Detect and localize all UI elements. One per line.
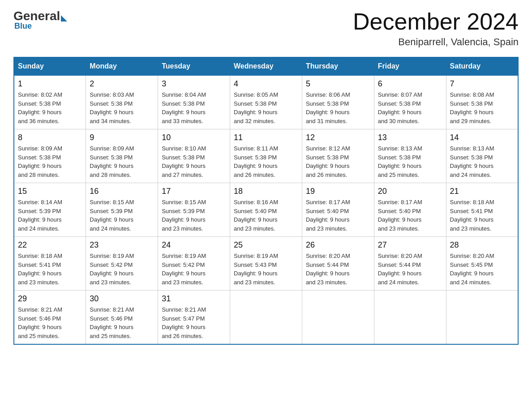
day-info: Sunrise: 8:07 AM Sunset: 5:38 PM Dayligh… bbox=[378, 90, 442, 125]
day-info: Sunrise: 8:09 AM Sunset: 5:38 PM Dayligh… bbox=[90, 144, 154, 179]
day-number: 28 bbox=[450, 240, 514, 250]
calendar-cell: 26 Sunrise: 8:20 AM Sunset: 5:44 PM Dayl… bbox=[302, 237, 374, 291]
day-info: Sunrise: 8:20 AM Sunset: 5:45 PM Dayligh… bbox=[450, 252, 514, 287]
day-info: Sunrise: 8:12 AM Sunset: 5:38 PM Dayligh… bbox=[306, 144, 370, 179]
header-friday: Friday bbox=[374, 57, 446, 75]
calendar-cell bbox=[374, 291, 446, 345]
day-info: Sunrise: 8:19 AM Sunset: 5:42 PM Dayligh… bbox=[162, 252, 226, 287]
day-number: 17 bbox=[162, 187, 226, 196]
header-sunday: Sunday bbox=[14, 57, 86, 75]
day-info: Sunrise: 8:08 AM Sunset: 5:38 PM Dayligh… bbox=[450, 90, 514, 125]
header-tuesday: Tuesday bbox=[158, 57, 230, 75]
calendar-cell bbox=[230, 291, 302, 345]
calendar-cell: 13 Sunrise: 8:13 AM Sunset: 5:38 PM Dayl… bbox=[374, 129, 446, 183]
day-number: 26 bbox=[306, 240, 370, 250]
calendar-cell: 31 Sunrise: 8:21 AM Sunset: 5:47 PM Dayl… bbox=[158, 291, 230, 345]
calendar-cell: 14 Sunrise: 8:13 AM Sunset: 5:38 PM Dayl… bbox=[446, 129, 518, 183]
calendar-cell: 5 Sunrise: 8:06 AM Sunset: 5:38 PM Dayli… bbox=[302, 75, 374, 129]
week-row-3: 15 Sunrise: 8:14 AM Sunset: 5:39 PM Dayl… bbox=[14, 183, 518, 237]
day-number: 9 bbox=[90, 133, 154, 142]
calendar-cell: 28 Sunrise: 8:20 AM Sunset: 5:45 PM Dayl… bbox=[446, 237, 518, 291]
calendar-cell: 29 Sunrise: 8:21 AM Sunset: 5:46 PM Dayl… bbox=[14, 291, 86, 345]
calendar-cell: 11 Sunrise: 8:11 AM Sunset: 5:38 PM Dayl… bbox=[230, 129, 302, 183]
calendar-cell bbox=[302, 291, 374, 345]
day-info: Sunrise: 8:20 AM Sunset: 5:44 PM Dayligh… bbox=[378, 252, 442, 287]
week-row-4: 22 Sunrise: 8:18 AM Sunset: 5:41 PM Dayl… bbox=[14, 237, 518, 291]
day-number: 4 bbox=[234, 79, 298, 89]
day-number: 10 bbox=[162, 133, 226, 142]
day-info: Sunrise: 8:21 AM Sunset: 5:46 PM Dayligh… bbox=[90, 305, 154, 340]
day-info: Sunrise: 8:03 AM Sunset: 5:38 PM Dayligh… bbox=[90, 90, 154, 125]
day-number: 5 bbox=[306, 79, 370, 89]
day-number: 16 bbox=[90, 187, 154, 196]
day-info: Sunrise: 8:19 AM Sunset: 5:42 PM Dayligh… bbox=[90, 252, 154, 287]
day-number: 21 bbox=[450, 187, 514, 196]
calendar-title: December 2024 bbox=[353, 9, 519, 34]
logo-arrow-icon bbox=[61, 15, 67, 21]
calendar-cell: 23 Sunrise: 8:19 AM Sunset: 5:42 PM Dayl… bbox=[86, 237, 158, 291]
day-number: 7 bbox=[450, 79, 514, 89]
logo-blue-text: Blue bbox=[14, 21, 32, 31]
calendar-cell: 9 Sunrise: 8:09 AM Sunset: 5:38 PM Dayli… bbox=[86, 129, 158, 183]
day-number: 12 bbox=[306, 133, 370, 142]
calendar-cell: 7 Sunrise: 8:08 AM Sunset: 5:38 PM Dayli… bbox=[446, 75, 518, 129]
day-number: 6 bbox=[378, 79, 442, 89]
day-number: 23 bbox=[90, 240, 154, 250]
calendar-cell: 10 Sunrise: 8:10 AM Sunset: 5:38 PM Dayl… bbox=[158, 129, 230, 183]
day-number: 19 bbox=[306, 187, 370, 196]
day-info: Sunrise: 8:13 AM Sunset: 5:38 PM Dayligh… bbox=[450, 144, 514, 179]
day-number: 30 bbox=[90, 294, 154, 304]
day-info: Sunrise: 8:11 AM Sunset: 5:38 PM Dayligh… bbox=[234, 144, 298, 179]
calendar-cell: 24 Sunrise: 8:19 AM Sunset: 5:42 PM Dayl… bbox=[158, 237, 230, 291]
page-header: General Blue December 2024 Beniparrell, … bbox=[13, 9, 519, 48]
header-saturday: Saturday bbox=[446, 57, 518, 75]
day-info: Sunrise: 8:19 AM Sunset: 5:43 PM Dayligh… bbox=[234, 252, 298, 287]
calendar-cell: 6 Sunrise: 8:07 AM Sunset: 5:38 PM Dayli… bbox=[374, 75, 446, 129]
calendar-cell: 27 Sunrise: 8:20 AM Sunset: 5:44 PM Dayl… bbox=[374, 237, 446, 291]
week-row-5: 29 Sunrise: 8:21 AM Sunset: 5:46 PM Dayl… bbox=[14, 291, 518, 345]
calendar-cell: 22 Sunrise: 8:18 AM Sunset: 5:41 PM Dayl… bbox=[14, 237, 86, 291]
day-number: 1 bbox=[18, 79, 82, 89]
day-number: 13 bbox=[378, 133, 442, 142]
header-monday: Monday bbox=[86, 57, 158, 75]
calendar-cell: 18 Sunrise: 8:16 AM Sunset: 5:40 PM Dayl… bbox=[230, 183, 302, 237]
calendar-cell: 8 Sunrise: 8:09 AM Sunset: 5:38 PM Dayli… bbox=[14, 129, 86, 183]
calendar-cell: 3 Sunrise: 8:04 AM Sunset: 5:38 PM Dayli… bbox=[158, 75, 230, 129]
calendar-cell: 2 Sunrise: 8:03 AM Sunset: 5:38 PM Dayli… bbox=[86, 75, 158, 129]
day-number: 2 bbox=[90, 79, 154, 89]
day-number: 31 bbox=[162, 294, 226, 304]
day-info: Sunrise: 8:02 AM Sunset: 5:38 PM Dayligh… bbox=[18, 90, 82, 125]
calendar-cell: 12 Sunrise: 8:12 AM Sunset: 5:38 PM Dayl… bbox=[302, 129, 374, 183]
day-number: 22 bbox=[18, 240, 82, 250]
title-section: December 2024 Beniparrell, Valencia, Spa… bbox=[353, 9, 519, 48]
calendar-cell: 15 Sunrise: 8:14 AM Sunset: 5:39 PM Dayl… bbox=[14, 183, 86, 237]
calendar-cell: 20 Sunrise: 8:17 AM Sunset: 5:40 PM Dayl… bbox=[374, 183, 446, 237]
calendar-cell: 19 Sunrise: 8:17 AM Sunset: 5:40 PM Dayl… bbox=[302, 183, 374, 237]
day-number: 24 bbox=[162, 240, 226, 250]
calendar-subtitle: Beniparrell, Valencia, Spain bbox=[353, 36, 519, 48]
week-row-1: 1 Sunrise: 8:02 AM Sunset: 5:38 PM Dayli… bbox=[14, 75, 518, 129]
day-number: 18 bbox=[234, 187, 298, 196]
day-number: 27 bbox=[378, 240, 442, 250]
calendar-cell: 16 Sunrise: 8:15 AM Sunset: 5:39 PM Dayl… bbox=[86, 183, 158, 237]
day-number: 29 bbox=[18, 294, 82, 304]
day-info: Sunrise: 8:04 AM Sunset: 5:38 PM Dayligh… bbox=[162, 90, 226, 125]
day-number: 3 bbox=[162, 79, 226, 89]
header-wednesday: Wednesday bbox=[230, 57, 302, 75]
day-info: Sunrise: 8:13 AM Sunset: 5:38 PM Dayligh… bbox=[378, 144, 442, 179]
header-thursday: Thursday bbox=[302, 57, 374, 75]
calendar-cell: 25 Sunrise: 8:19 AM Sunset: 5:43 PM Dayl… bbox=[230, 237, 302, 291]
day-info: Sunrise: 8:21 AM Sunset: 5:47 PM Dayligh… bbox=[162, 305, 226, 340]
calendar-cell bbox=[446, 291, 518, 345]
calendar-cell: 4 Sunrise: 8:05 AM Sunset: 5:38 PM Dayli… bbox=[230, 75, 302, 129]
day-info: Sunrise: 8:14 AM Sunset: 5:39 PM Dayligh… bbox=[18, 198, 82, 233]
day-info: Sunrise: 8:21 AM Sunset: 5:46 PM Dayligh… bbox=[18, 305, 82, 340]
day-info: Sunrise: 8:18 AM Sunset: 5:41 PM Dayligh… bbox=[450, 198, 514, 233]
day-number: 25 bbox=[234, 240, 298, 250]
day-info: Sunrise: 8:16 AM Sunset: 5:40 PM Dayligh… bbox=[234, 198, 298, 233]
calendar-cell: 1 Sunrise: 8:02 AM Sunset: 5:38 PM Dayli… bbox=[14, 75, 86, 129]
day-info: Sunrise: 8:17 AM Sunset: 5:40 PM Dayligh… bbox=[306, 198, 370, 233]
day-info: Sunrise: 8:10 AM Sunset: 5:38 PM Dayligh… bbox=[162, 144, 226, 179]
day-info: Sunrise: 8:09 AM Sunset: 5:38 PM Dayligh… bbox=[18, 144, 82, 179]
day-number: 8 bbox=[18, 133, 82, 142]
